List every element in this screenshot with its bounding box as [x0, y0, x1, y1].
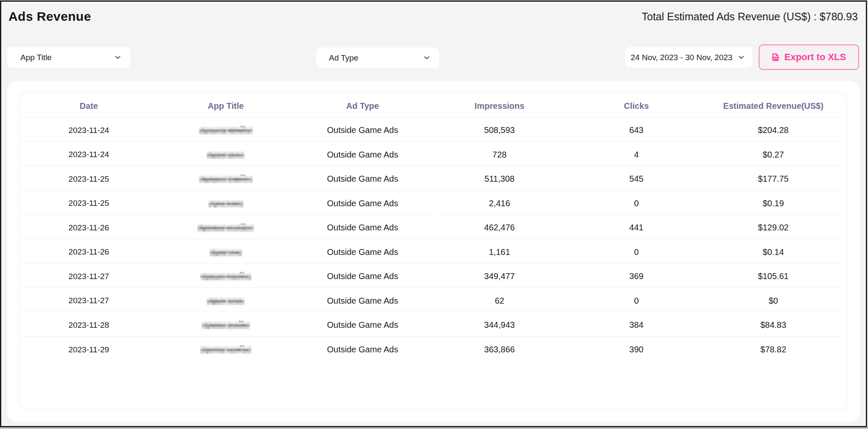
svg-text:XLS: XLS	[773, 57, 778, 60]
